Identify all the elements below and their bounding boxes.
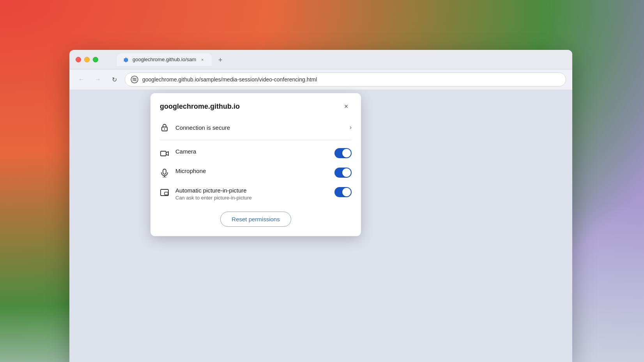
camera-toggle[interactable]	[334, 148, 352, 158]
camera-permission-row: Camera	[150, 143, 361, 163]
microphone-label: Microphone	[175, 168, 206, 174]
connection-chevron-icon: ›	[350, 124, 352, 131]
svg-point-6	[164, 129, 165, 130]
new-tab-button[interactable]: +	[215, 55, 226, 66]
minimize-window-button[interactable]	[84, 57, 90, 62]
forward-button[interactable]: →	[92, 74, 104, 85]
tab-title: googlechrome.github.io/sam	[133, 57, 196, 62]
svg-point-4	[135, 79, 136, 81]
connection-row[interactable]: Connection is secure ›	[150, 118, 361, 137]
site-info-button[interactable]	[131, 76, 138, 83]
reset-permissions-button[interactable]: Reset permissions	[220, 212, 291, 227]
divider	[160, 140, 352, 140]
pip-icon	[160, 188, 169, 197]
tab-bar: ❄ googlechrome.github.io/sam × +	[111, 53, 232, 66]
svg-rect-7	[161, 151, 166, 156]
connection-label: Connection is secure	[175, 124, 343, 131]
content-area: googlechrome.github.io × Connection is s…	[69, 90, 572, 362]
microphone-permission-info: Microphone	[175, 168, 328, 175]
tab-favicon-icon: ❄	[123, 57, 129, 63]
site-info-popup: googlechrome.github.io × Connection is s…	[150, 93, 361, 236]
maximize-window-button[interactable]	[93, 57, 98, 62]
pip-label: Automatic picture-in-picture	[175, 187, 328, 194]
popup-header: googlechrome.github.io ×	[150, 93, 361, 118]
svg-point-3	[133, 78, 134, 79]
svg-rect-12	[165, 192, 168, 195]
pip-permission-info: Automatic picture-in-picture Can ask to …	[175, 187, 328, 201]
traffic-lights	[76, 57, 98, 62]
title-bar: ❄ googlechrome.github.io/sam × +	[69, 50, 572, 69]
svg-point-0	[131, 76, 138, 83]
url-text: googlechrome.github.io/samples/media-ses…	[142, 76, 560, 83]
microphone-toggle-thumb	[342, 168, 351, 177]
tab-close-button[interactable]: ×	[199, 57, 205, 63]
pip-toggle-thumb	[342, 188, 351, 196]
back-button[interactable]: ←	[76, 74, 87, 85]
pip-sublabel: Can ask to enter picture-in-picture	[175, 195, 328, 201]
camera-icon	[160, 149, 169, 158]
lock-icon	[160, 123, 169, 132]
address-bar-container: ← → ↻ googlechrome.github.io/samples/med…	[69, 69, 572, 90]
address-bar[interactable]: googlechrome.github.io/samples/media-ses…	[125, 72, 566, 87]
pip-toggle[interactable]	[334, 187, 352, 197]
reset-btn-container: Reset permissions	[150, 205, 361, 236]
microphone-toggle[interactable]	[334, 168, 352, 178]
close-window-button[interactable]	[76, 57, 81, 62]
microphone-permission-row: Microphone	[150, 163, 361, 182]
active-tab[interactable]: ❄ googlechrome.github.io/sam ×	[117, 53, 212, 66]
browser-window: ❄ googlechrome.github.io/sam × + ← → ↻	[69, 50, 572, 362]
microphone-icon	[160, 168, 169, 178]
camera-toggle-thumb	[342, 149, 351, 157]
reload-button[interactable]: ↻	[108, 74, 120, 85]
popup-close-button[interactable]: ×	[341, 101, 352, 112]
popup-site-name: googlechrome.github.io	[160, 102, 240, 111]
camera-permission-info: Camera	[175, 148, 328, 155]
camera-label: Camera	[175, 148, 196, 155]
pip-permission-row: Automatic picture-in-picture Can ask to …	[150, 182, 361, 205]
svg-rect-8	[163, 169, 166, 174]
